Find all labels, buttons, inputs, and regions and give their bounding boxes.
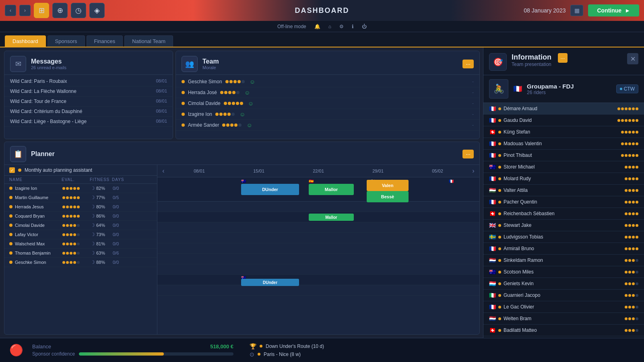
rider-info-item[interactable]: 🇫🇷 Démare Arnaud (483, 103, 644, 115)
clock-icon[interactable]: ◷ (71, 3, 86, 18)
status-dot (182, 80, 185, 83)
race-row-main: 🇦🇺 🇪🇸 🇫🇷 🇫🇷 DUnder Mallor Valen (157, 177, 479, 202)
cal-prev-button[interactable]: ‹ (157, 167, 169, 175)
rider-cal-row (157, 202, 479, 212)
team-item[interactable]: Herrada José ☺ - (176, 87, 479, 98)
top-bar-right: 08 January 2023 ▦ Continue ► (524, 4, 639, 16)
rider-info-item[interactable]: 🇸🇪 Ludvigsson Tobias (483, 231, 644, 243)
team-item[interactable]: Izagirre Ion ☺ - (176, 109, 479, 120)
race-block-mallor: Mallor (309, 184, 354, 195)
team-item[interactable]: Geschke Simon ☺ - (176, 76, 479, 87)
back-button[interactable]: ‹ (5, 5, 16, 16)
tab-national-team[interactable]: National Team (124, 35, 173, 47)
rider-info-item[interactable]: 🇳🇱 Sinkeldam Ramon (483, 255, 644, 266)
rider-info-item[interactable]: 🇮🇹 Guarnieri Jacopo (483, 290, 644, 301)
confidence-bar (79, 352, 233, 356)
team-item[interactable]: Cimolai Davide ☺ - (176, 98, 479, 109)
rider-row[interactable]: Izagirre Ion ☽82% 0/0 (4, 184, 157, 193)
calendar-button[interactable]: ▦ (570, 5, 583, 16)
info-close-button[interactable]: ✕ (627, 53, 638, 64)
rider-info-item[interactable]: 🇦🇺 Storer Michael (483, 161, 644, 173)
message-item[interactable]: Wild Card: Paris - Roubaix 08/01 (4, 76, 173, 86)
rider-row[interactable]: Lafay Victor ☽73% 0/0 (4, 230, 157, 239)
race-name: Down Under's Route (10 d) (266, 343, 324, 349)
messages-header: ✉ Messages 26 unread e-mails (4, 51, 173, 75)
rider-info-item[interactable]: 🇫🇷 Madouas Valentin (483, 138, 644, 150)
continue-label: Continue (597, 7, 621, 14)
message-item[interactable]: Wild Card: Liège - Bastogne - Liège 08/0… (4, 117, 173, 127)
home-icon: ⌂ (328, 24, 331, 29)
rider-info-item[interactable]: 🇫🇷 Pinot Thibaut (483, 150, 644, 161)
planner-calendar: ‹ 08/01 15/01 22/01 29/01 05/02 › (157, 165, 479, 335)
planner-title: Planner (31, 150, 55, 158)
tab-sponsors[interactable]: Sponsors (47, 35, 85, 47)
moon-icon: ☽ (91, 185, 95, 191)
race-block-valen: Valen (367, 180, 409, 191)
rider-name: Cimolai Davide (188, 101, 221, 106)
messages-icon: ✉ (10, 56, 26, 72)
races-section: 🏆 Down Under's Route (10 d) ⊙ Paris - Ni… (233, 343, 639, 358)
messages-subtitle: 26 unread e-mails (31, 65, 66, 70)
team-title-block: Team Morale (202, 58, 219, 70)
rider-info-item[interactable]: 🇬🇧 Stewart Jake (483, 220, 644, 231)
offline-mode: Off-line mode (277, 24, 306, 29)
rider-row[interactable]: Herrada Jesus ☽80% 0/0 (4, 202, 157, 212)
rider-name: Geschke Simon (188, 79, 222, 84)
rider-info-item[interactable]: 🇨🇭 Reichenbach Sébastien (483, 208, 644, 220)
info-more-button[interactable]: ··· (558, 53, 568, 63)
trophy-icon: 🏆 (250, 343, 256, 350)
team-item[interactable]: Armée Sander ☺ - (176, 120, 479, 131)
rider-info-item[interactable]: 🇳🇱 Welten Bram (483, 313, 644, 325)
team-riders-count: 26 riders (527, 90, 574, 95)
auto-planning-label: Monthly auto planning assistant (25, 167, 92, 173)
continue-button[interactable]: Continue ► (588, 4, 639, 16)
rider-info-item[interactable]: 🇱🇺 Geniets Kevin (483, 278, 644, 290)
forward-button[interactable]: › (19, 5, 31, 16)
rider-row[interactable]: Geschke Simon ☽88% 0/0 (4, 258, 157, 267)
morale-dot (225, 80, 229, 83)
auto-planning-checkbox[interactable]: ✓ (9, 167, 15, 173)
gear-icon: ⚙ (339, 24, 344, 29)
tab-dashboard[interactable]: Dashboard (5, 35, 46, 47)
race-dot (260, 345, 262, 348)
message-item[interactable]: Wild Card: Tour de France 08/01 (4, 97, 173, 107)
rider-row[interactable]: Thomas Benjamin ☽63% 0/6 (4, 249, 157, 258)
cal-next-button[interactable]: › (467, 167, 479, 175)
rider-info-item[interactable]: 🇫🇷 Pacher Quentin (483, 196, 644, 208)
planner-header: 📋 Planner ··· (4, 142, 479, 165)
messages-title-block: Messages 26 unread e-mails (31, 58, 66, 70)
rider-info-item[interactable]: 🇨🇭 Badilatti Matteo (483, 325, 644, 336)
rider-info-item[interactable]: 🇫🇷 Armirail Bruno (483, 243, 644, 255)
rider-row[interactable]: Walscheid Max ☽81% 0/0 (4, 239, 157, 249)
rider-row[interactable]: Martin Guillaume ☽77% 0/5 (4, 193, 157, 202)
message-item[interactable]: Wild Card: La Flèche Wallonne 08/01 (4, 86, 173, 97)
planner-more-button[interactable]: ··· (462, 150, 474, 158)
tab-finances[interactable]: Finances (87, 35, 123, 47)
rider-info-item[interactable]: 🇦🇺 Scotson Miles (483, 266, 644, 278)
rider-cal-row (157, 264, 479, 275)
team-header: 👥 Team Morale ··· (176, 51, 479, 75)
top-bar-left: ‹ › ⊞ ⊕ ◷ ◈ (5, 3, 105, 18)
status-dot (182, 91, 185, 94)
rider-info-item[interactable]: 🇨🇭 Küng Stefan (483, 126, 644, 138)
ctw-dot (620, 88, 622, 90)
rider-info-item[interactable]: 🇫🇷 Gaudu David (483, 115, 644, 126)
rider-row[interactable]: Cimolai Davide ☽64% 0/0 (4, 221, 157, 230)
status-bar: Off-line mode 🔔 ⌂ ⚙ ℹ ⏻ (0, 21, 644, 32)
bell-icon: 🔔 (314, 24, 320, 29)
team-more-button[interactable]: ··· (462, 60, 474, 68)
chart-icon[interactable]: ◈ (89, 3, 105, 18)
rider-info-item[interactable]: 🇫🇷 Le Gac Olivier (483, 301, 644, 313)
rider-info-item[interactable]: 🇫🇷 Molard Rudy (483, 173, 644, 185)
auto-dot (18, 169, 21, 172)
dashboard-icon[interactable]: ⊞ (34, 3, 49, 18)
confidence-fill (79, 352, 164, 356)
race-block-besse: Bessè (367, 191, 409, 202)
message-item[interactable]: Wild Card: Critérium du Dauphiné 08/01 (4, 107, 173, 117)
rider-info-item[interactable]: 🇭🇺 Valter Attila (483, 185, 644, 196)
rider-cal-row: Mallor (157, 212, 479, 222)
globe-icon[interactable]: ⊕ (52, 3, 68, 18)
date-display: 08 January 2023 (524, 7, 566, 14)
rider-info-list: 🇫🇷 Démare Arnaud 🇫🇷 Gaudu David 🇨🇭 Küng … (483, 103, 644, 338)
rider-row[interactable]: Coquard Bryan ☽86% 0/0 (4, 212, 157, 221)
